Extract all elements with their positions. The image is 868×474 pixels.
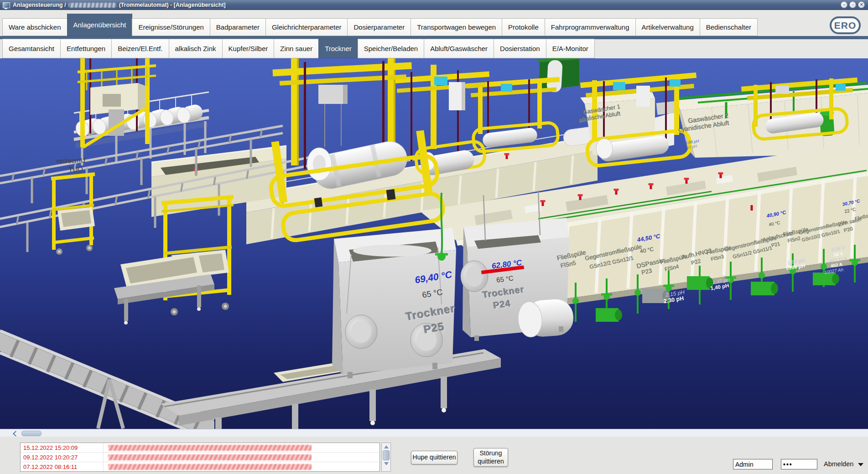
main-tab-bar: Ware abschickenAnlagenübersichtEreigniss… xyxy=(3,14,758,36)
alarm-message-redacted xyxy=(108,464,312,470)
main-tab-badparameter[interactable]: Badparameter xyxy=(210,18,266,36)
main-tab-fahrprogrammverwaltung[interactable]: Fahrprogrammverwaltung xyxy=(545,18,636,36)
sub-tab-strip: GesamtansichtEntfettungenBeizen/El.Entf.… xyxy=(0,39,868,58)
redacted-plant-name xyxy=(68,3,117,8)
sub-tab-speicher-beladen[interactable]: Speicher/Beladen xyxy=(358,39,424,58)
alarm-list[interactable]: 15.12.2022 15:20:0909.12.2022 10:20:2707… xyxy=(20,443,380,472)
title-bar: Anlagensteuerung / (Trommelautomat) - [A… xyxy=(0,0,868,10)
sub-tab-kupfer-silber[interactable]: Kupfer/Silber xyxy=(222,39,275,58)
main-tab-strip: Ware abschickenAnlagenübersichtEreigniss… xyxy=(0,10,868,36)
main-tab-artikelverwaltung[interactable]: Artikelverwaltung xyxy=(635,18,700,36)
sub-tab-e-a-monitor[interactable]: E/A-Monitor xyxy=(546,39,595,58)
restore-button[interactable]: ▫ xyxy=(849,1,856,8)
main-tab-transportwagen-bewegen[interactable]: Transportwagen bewegen xyxy=(411,18,502,36)
alarm-scroll-thumb[interactable] xyxy=(383,450,390,460)
password-input[interactable] xyxy=(781,459,817,469)
main-tab-dosierparameter[interactable]: Dosierparameter xyxy=(347,18,411,36)
alarm-timestamp: 09.12.2022 10:20:27 xyxy=(21,453,104,462)
sub-tab-gesamtansicht[interactable]: Gesamtansicht xyxy=(2,39,61,58)
sub-tab-beizen-el-entf-[interactable]: Beizen/El.Entf. xyxy=(111,39,169,58)
scroll-down-icon[interactable] xyxy=(384,462,389,465)
sub-tab-dosierstation[interactable]: Dosierstation xyxy=(494,39,546,58)
window-title-suffix: (Trommelautomat) - [Anlagenübersicht] xyxy=(119,2,226,8)
scroll-thumb[interactable] xyxy=(21,431,42,436)
horn-acknowledge-button[interactable]: Hupe quittieren xyxy=(411,451,457,464)
window-title: Anlagensteuerung / (Trommelautomat) - [A… xyxy=(13,2,226,8)
alarm-timestamp: 07.12.2022 08:16:11 xyxy=(21,462,104,471)
sub-tab-entfettungen[interactable]: Entfettungen xyxy=(60,39,112,58)
close-button[interactable]: ✕ xyxy=(858,1,865,8)
logout-button[interactable]: Abmelden xyxy=(824,460,863,468)
sub-tab-abluft-gaswäscher[interactable]: Abluft/Gaswäscher xyxy=(424,39,494,58)
alarm-list-scrollbar[interactable] xyxy=(381,443,391,472)
alarm-message-redacted xyxy=(108,445,312,451)
plant-control-window: Anlagensteuerung / (Trommelautomat) - [A… xyxy=(0,0,868,474)
main-tab-gleichrichterparameter[interactable]: Gleichrichterparameter xyxy=(265,18,348,36)
ero-logo: ERO xyxy=(830,16,861,34)
scene-h-scrollbar[interactable] xyxy=(0,429,868,437)
alarm-row[interactable]: 07.12.2022 08:16:11 xyxy=(21,462,379,472)
window-title-prefix: Anlagensteuerung / xyxy=(13,2,66,8)
plant-3d-viewport[interactable]: UmsetzerOUTGaswäscher 1alkalische Abluft… xyxy=(0,58,868,429)
main-tab-protokolle[interactable]: Protokolle xyxy=(502,18,545,36)
trockner-p25-unit xyxy=(332,228,456,378)
logout-label: Abmelden xyxy=(824,460,853,468)
sub-tab-trockner[interactable]: Trockner xyxy=(318,39,358,58)
main-tab-anlagenübersicht[interactable]: Anlagenübersicht xyxy=(67,14,133,36)
main-tab-bedienschalter[interactable]: Bedienschalter xyxy=(700,18,758,36)
sub-tab-alkalisch-zink[interactable]: alkalisch Zink xyxy=(169,39,223,58)
alarm-row[interactable]: 15.12.2022 15:20:09 xyxy=(21,443,379,453)
app-monitor-icon xyxy=(3,2,10,8)
scroll-up-icon[interactable] xyxy=(384,445,389,448)
alarm-message-redacted xyxy=(108,454,312,460)
scroll-left-icon[interactable] xyxy=(13,431,19,437)
sub-tab-bar: GesamtansichtEntfettungenBeizen/El.Entf.… xyxy=(3,39,595,58)
minimize-button[interactable]: – xyxy=(841,1,847,8)
plant-3d-scene xyxy=(0,58,868,429)
username-input[interactable] xyxy=(733,459,773,469)
alarm-timestamp: 15.12.2022 15:20:09 xyxy=(21,443,104,452)
alarm-row[interactable]: 09.12.2022 10:20:27 xyxy=(21,453,379,462)
sub-tab-zinn-sauer[interactable]: Zinn sauer xyxy=(274,39,319,58)
chevron-down-icon xyxy=(858,463,863,466)
main-tab-ereignisse-störungen[interactable]: Ereignisse/Störungen xyxy=(132,18,210,36)
main-tab-ware-abschicken[interactable]: Ware abschicken xyxy=(2,18,68,36)
fault-acknowledge-button[interactable]: Störung quittieren xyxy=(473,448,508,467)
status-footer: 15.12.2022 15:20:0909.12.2022 10:20:2707… xyxy=(0,437,868,474)
